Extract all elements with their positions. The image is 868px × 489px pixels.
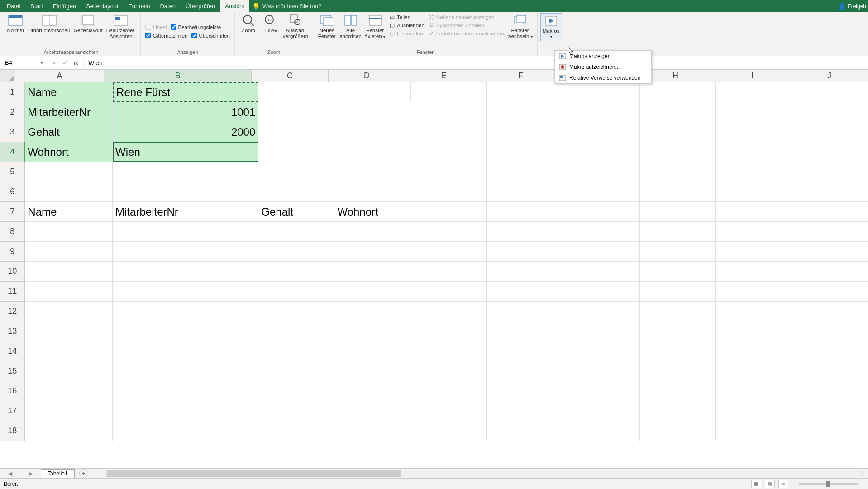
sheet-tab[interactable]: Tabelle1 [41,469,75,478]
cell-A18[interactable] [25,421,113,441]
cell-H10[interactable] [640,262,716,282]
cell-I11[interactable] [716,282,792,302]
cell-B17[interactable] [113,401,258,421]
cell-A5[interactable] [25,162,113,182]
cell-G7[interactable] [563,202,640,222]
cell-C16[interactable] [258,381,334,401]
macros-button[interactable]: Makros ▾ [540,13,562,41]
arrange-all-button[interactable]: Alle anordnen [338,13,363,40]
view-page-layout-button[interactable]: Seitenlayout [72,13,104,34]
cell-A8[interactable] [25,222,113,242]
zoom-out-button[interactable]: − [792,481,795,487]
cell-B4[interactable]: Wien [113,142,258,162]
cell-B2[interactable]: 1001 [113,102,258,122]
cell-H12[interactable] [640,302,716,321]
cell-H6[interactable] [640,182,716,202]
row-header-13[interactable]: 13 [0,321,25,341]
cell-A16[interactable] [25,381,113,401]
cell-I8[interactable] [716,222,792,242]
cell-B3[interactable]: 2000 [113,122,258,142]
cell-E12[interactable] [410,302,486,321]
cell-I13[interactable] [716,321,792,341]
enter-formula-button[interactable]: ✓ [60,59,71,67]
cell-G14[interactable] [563,341,640,361]
cell-I2[interactable] [716,102,792,122]
cell-D4[interactable] [334,142,410,162]
chevron-down-icon[interactable]: ▼ [40,61,44,65]
cell-A3[interactable]: Gehalt [25,122,113,142]
cell-F8[interactable] [487,222,563,242]
zoom-selection-button[interactable]: Auswahl vergrößern [281,13,310,40]
cell-B13[interactable] [113,321,258,341]
sheet-nav-arrows[interactable]: ◀▶ [0,470,41,477]
zoom-in-button[interactable]: + [861,481,864,487]
add-sheet-button[interactable]: + [79,469,88,478]
column-header-C[interactable]: C [252,70,329,82]
row-header-10[interactable]: 10 [0,262,25,282]
cell-I4[interactable] [716,142,792,162]
menu-tab-seitenlayout[interactable]: Seitenlayout [81,0,124,12]
column-header-F[interactable]: F [482,70,559,82]
cell-C7[interactable]: Gehalt [258,202,334,222]
cell-H1[interactable] [640,82,716,102]
cell-E18[interactable] [410,421,486,441]
cell-F5[interactable] [487,162,563,182]
select-all-corner[interactable] [0,70,15,82]
cell-G13[interactable] [563,321,640,341]
zoom-button[interactable]: Zoom [238,13,259,34]
cell-E11[interactable] [410,282,486,302]
cell-H2[interactable] [640,102,716,122]
cell-A11[interactable] [25,282,113,302]
cell-G17[interactable] [563,401,640,421]
cell-J9[interactable] [792,242,868,262]
gridlines-checkbox[interactable]: Gitternetzlinien [145,33,188,38]
cell-D12[interactable] [334,302,410,321]
cell-J8[interactable] [792,222,868,242]
cell-E9[interactable] [410,242,486,262]
cell-J5[interactable] [792,162,868,182]
cell-J7[interactable] [792,202,868,222]
cell-G18[interactable] [563,421,640,441]
cell-J15[interactable] [792,361,868,381]
cell-I17[interactable] [716,401,792,421]
cell-J13[interactable] [792,321,868,341]
cell-D17[interactable] [334,401,410,421]
row-header-1[interactable]: 1 [0,82,25,102]
cell-H15[interactable] [640,361,716,381]
cell-B1[interactable]: Rene Fürst [113,82,258,102]
chevron-right-icon[interactable]: ▶ [29,470,33,477]
cell-E5[interactable] [410,162,486,182]
cell-I10[interactable] [716,262,792,282]
cell-G5[interactable] [563,162,640,182]
column-header-B[interactable]: B [104,70,252,82]
row-header-5[interactable]: 5 [0,162,25,182]
cell-G16[interactable] [563,381,640,401]
view-layout-status-button[interactable]: ▤ [765,480,775,488]
cell-D13[interactable] [334,321,410,341]
row-header-14[interactable]: 14 [0,341,25,361]
cell-B16[interactable] [113,381,258,401]
chevron-left-icon[interactable]: ◀ [8,470,12,477]
cell-B11[interactable] [113,282,258,302]
view-page-break-button[interactable]: Umbruchvorschau [26,13,72,34]
cell-I18[interactable] [716,421,792,441]
cell-B9[interactable] [113,242,258,262]
cell-D11[interactable] [334,282,410,302]
cell-C8[interactable] [258,222,334,242]
cell-I7[interactable] [716,202,792,222]
cell-E10[interactable] [410,262,486,282]
macros-record-item[interactable]: Makro aufzeichnen... [555,62,651,72]
view-normal-status-button[interactable]: ▦ [751,480,761,488]
cell-C11[interactable] [258,282,334,302]
cell-A6[interactable] [25,182,113,202]
zoom-slider[interactable] [799,483,858,485]
cell-H8[interactable] [640,222,716,242]
cell-B12[interactable] [113,302,258,321]
cell-E3[interactable] [410,122,486,142]
cell-F13[interactable] [487,321,563,341]
cell-C2[interactable] [258,102,334,122]
cell-J6[interactable] [792,182,868,202]
cell-A15[interactable] [25,361,113,381]
cell-D1[interactable] [334,82,410,102]
cell-J4[interactable] [792,142,868,162]
